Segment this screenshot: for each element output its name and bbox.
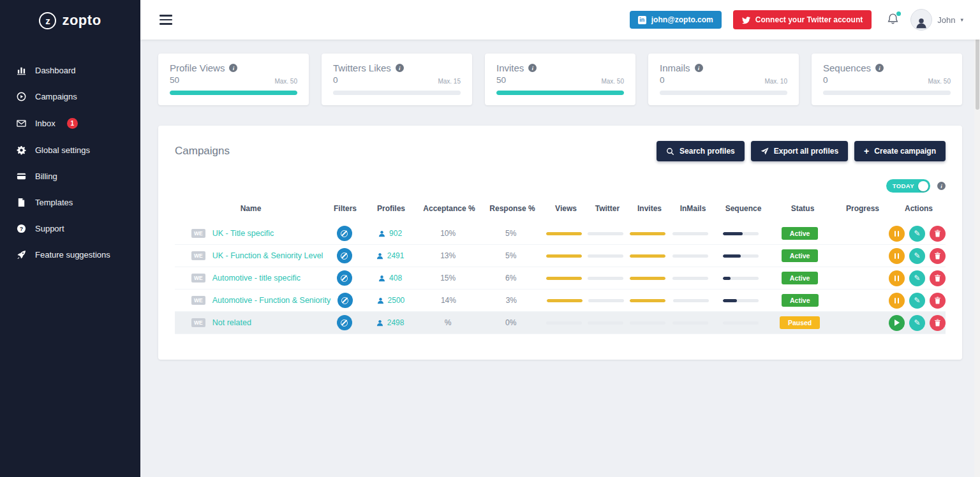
column-header[interactable]: Acceptance % [419, 204, 480, 213]
invites-bar-fill [630, 299, 665, 302]
pause-button[interactable] [889, 226, 905, 242]
search-profiles-button[interactable]: Search profiles [657, 141, 745, 161]
info-icon[interactable]: i [875, 64, 884, 72]
twitter-icon [742, 16, 750, 24]
today-toggle[interactable]: TODAY [886, 179, 930, 193]
profiles-count[interactable]: 2500 [388, 296, 405, 305]
panel-title: Campaigns [175, 145, 230, 158]
svg-text:?: ? [20, 226, 23, 232]
column-header[interactable]: Views [545, 204, 587, 213]
scrollbar[interactable] [974, 0, 980, 477]
linkedin-account-badge[interactable]: in john@zopto.com [630, 11, 722, 29]
views-cell [543, 277, 585, 280]
info-icon[interactable]: i [528, 64, 537, 72]
column-header[interactable]: Profiles [364, 204, 419, 213]
sidebar-item-inbox[interactable]: Inbox 1 [0, 110, 140, 137]
export-profiles-button[interactable]: Export all profiles [751, 141, 848, 161]
sidebar-item-billing[interactable]: Billing [0, 163, 140, 189]
bar-chart-icon [17, 66, 26, 75]
sequence-bar [723, 321, 759, 325]
column-header[interactable]: Status [772, 204, 833, 213]
menu-toggle-button[interactable] [157, 12, 175, 27]
sidebar-item-templates[interactable]: Templates [0, 189, 140, 216]
filter-button[interactable] [337, 248, 352, 263]
delete-button[interactable] [930, 226, 946, 242]
filters-cell [326, 270, 363, 286]
stat-progressbar [823, 91, 951, 95]
edit-button[interactable]: ✎ [909, 315, 925, 331]
filter-button[interactable] [337, 315, 352, 330]
profiles-count[interactable]: 408 [389, 274, 402, 283]
pause-button[interactable] [889, 293, 905, 309]
info-icon[interactable]: i [695, 64, 703, 72]
column-header[interactable]: Name [175, 204, 327, 213]
campaign-name-link[interactable]: Automotive - title specific [212, 274, 301, 283]
linkedin-icon: in [638, 16, 646, 24]
notification-dot [896, 11, 901, 16]
name-cell: WE UK - Title specific [175, 229, 326, 238]
inmails-cell [669, 299, 713, 302]
profiles-count[interactable]: 2491 [387, 251, 405, 260]
delete-button[interactable] [930, 270, 946, 286]
filter-button[interactable] [337, 226, 352, 241]
pause-button[interactable] [889, 270, 905, 286]
pause-button[interactable] [889, 248, 905, 264]
stat-progressbar-fill [496, 91, 624, 95]
campaign-tag: WE [191, 251, 205, 261]
notifications-button[interactable] [887, 13, 899, 27]
status-cell: Paused [769, 316, 831, 330]
column-header[interactable]: Progress [833, 204, 892, 213]
filter-button[interactable] [337, 270, 352, 286]
play-button[interactable] [889, 315, 905, 331]
views-cell [543, 321, 585, 325]
info-icon[interactable]: i [396, 64, 404, 72]
delete-button[interactable] [930, 293, 946, 309]
trash-icon [934, 274, 941, 282]
invites-bar-fill [630, 277, 665, 280]
sidebar-item-global-settings[interactable]: Global settings [0, 137, 140, 163]
campaign-name-link[interactable]: UK - Function & Seniority Level [212, 251, 323, 260]
column-header[interactable]: Response % [480, 204, 545, 213]
profiles-count[interactable]: 2498 [387, 318, 405, 327]
column-header[interactable]: Filters [327, 204, 364, 213]
sequence-bar [723, 277, 759, 280]
actions-cell: ✎ [889, 226, 946, 242]
column-header[interactable]: Actions [892, 204, 946, 213]
profiles-count[interactable]: 902 [389, 229, 402, 238]
user-menu[interactable]: John ▾ [910, 9, 963, 31]
edit-button[interactable]: ✎ [909, 293, 925, 309]
sidebar-item-campaigns[interactable]: Campaigns [0, 84, 140, 110]
zopto-logo[interactable]: z zopto [0, 0, 140, 41]
filter-button[interactable] [338, 293, 353, 308]
person-icon [914, 16, 928, 30]
column-header[interactable]: Sequence [715, 204, 772, 213]
name-cell: WE Automotive - Function & Seniority [175, 296, 327, 305]
info-icon[interactable]: i [937, 182, 946, 190]
create-campaign-button[interactable]: + Create campaign [854, 141, 946, 161]
connect-twitter-button[interactable]: Connect your Twitter account [733, 10, 872, 29]
column-header[interactable]: Invites [628, 204, 671, 213]
edit-button[interactable]: ✎ [909, 270, 925, 286]
column-header[interactable]: InMails [671, 204, 715, 213]
stat-card: Invites i 50 Max. 50 [485, 54, 635, 105]
column-header[interactable]: Twitter [587, 204, 628, 213]
trash-icon [934, 297, 941, 304]
info-icon[interactable]: i [229, 64, 237, 72]
sequence-bar [723, 232, 759, 235]
edit-button[interactable]: ✎ [909, 226, 925, 242]
sidebar-item-support[interactable]: ? Support [0, 216, 140, 242]
actions-cell: ✎ [889, 270, 946, 286]
gear-icon [17, 145, 26, 155]
views-bar-fill [546, 254, 582, 258]
sidebar-item-feature-suggestions[interactable]: Feature suggestions [0, 242, 140, 268]
sidebar-item-label: Dashboard [35, 66, 76, 75]
status-cell: Active [769, 227, 831, 240]
campaign-name-link[interactable]: UK - Title specific [212, 229, 274, 238]
filters-cell [326, 248, 363, 263]
edit-button[interactable]: ✎ [909, 248, 925, 264]
campaign-name-link[interactable]: Not related [212, 318, 251, 327]
sidebar-item-dashboard[interactable]: Dashboard [0, 57, 140, 84]
campaign-name-link[interactable]: Automotive - Function & Seniority [212, 296, 331, 305]
delete-button[interactable] [930, 248, 946, 264]
delete-button[interactable] [930, 315, 946, 331]
